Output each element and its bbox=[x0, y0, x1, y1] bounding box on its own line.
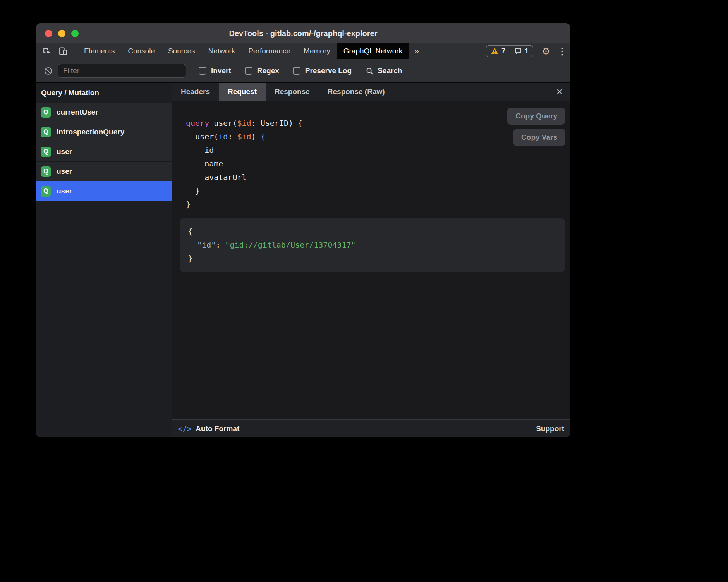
code-token: : bbox=[216, 240, 225, 250]
query-variables-box: { "id": "gid://gitlab/User/13704317"} bbox=[180, 218, 565, 272]
query-type-badge: Q bbox=[41, 127, 51, 137]
code-token: "gid://gitlab/User/13704317" bbox=[225, 240, 355, 250]
code-token: } bbox=[186, 186, 200, 195]
checkbox-label-invert: Invert bbox=[211, 67, 231, 75]
detail-tab-request[interactable]: Request bbox=[219, 83, 266, 101]
code-line: } bbox=[186, 184, 570, 198]
warnings-badge[interactable]: 7 bbox=[486, 46, 510, 57]
query-list-item-4[interactable]: Quser bbox=[36, 181, 172, 201]
warning-count: 7 bbox=[501, 47, 505, 55]
code-token: : bbox=[228, 132, 237, 141]
zoom-window-button[interactable] bbox=[71, 30, 79, 37]
tabbar-spacer bbox=[424, 43, 486, 59]
tab-graphql-network[interactable]: GraphQL Network bbox=[337, 43, 409, 59]
traffic-lights bbox=[45, 30, 79, 37]
checkbox-invert[interactable]: Invert bbox=[199, 67, 231, 75]
query-list-item-0[interactable]: QcurrentUser bbox=[36, 103, 172, 122]
code-line: } bbox=[186, 198, 570, 211]
code-line: } bbox=[188, 252, 557, 265]
code-line: user(id: $id) { bbox=[186, 130, 570, 144]
code-token bbox=[188, 240, 197, 250]
tab-memory[interactable]: Memory bbox=[297, 43, 337, 59]
query-list-item-2[interactable]: Quser bbox=[36, 142, 172, 162]
detail-tabs: HeadersRequestResponseResponse (Raw) bbox=[172, 83, 549, 101]
gear-glyph: ⚙ bbox=[542, 46, 550, 56]
panel-footer: </> Auto Format Support bbox=[172, 419, 570, 437]
device-toolbar-icon[interactable] bbox=[55, 43, 71, 59]
code-token: avatarUrl bbox=[186, 173, 247, 182]
main-area: Query / Mutation QcurrentUserQIntrospect… bbox=[36, 83, 570, 437]
clear-block-icon[interactable] bbox=[40, 66, 56, 76]
device-toolbar-glyph bbox=[58, 46, 68, 56]
checkbox-label-regex: Regex bbox=[257, 67, 279, 75]
copy-vars-button[interactable]: Copy Vars bbox=[513, 129, 565, 146]
tab-performance[interactable]: Performance bbox=[242, 43, 297, 59]
panel-tabs: ElementsConsoleSourcesNetworkPerformance… bbox=[77, 43, 409, 59]
query-name: IntrospectionQuery bbox=[57, 128, 124, 136]
inspect-element-glyph bbox=[42, 46, 52, 56]
code-line: "id": "gid://gitlab/User/13704317" bbox=[188, 238, 557, 252]
detail-tab-headers[interactable]: Headers bbox=[172, 83, 219, 101]
close-window-button[interactable] bbox=[45, 30, 52, 37]
code-token: } bbox=[188, 254, 192, 263]
minimize-window-button[interactable] bbox=[58, 30, 65, 37]
search-button[interactable]: Search bbox=[365, 67, 402, 75]
code-token: id bbox=[218, 132, 228, 141]
settings-gear-icon[interactable]: ⚙ bbox=[538, 43, 554, 59]
query-list-item-3[interactable]: Quser bbox=[36, 162, 172, 181]
query-type-badge: Q bbox=[41, 147, 51, 157]
message-bubble-icon bbox=[514, 47, 522, 55]
query-name: user bbox=[57, 167, 72, 176]
code-line: name bbox=[186, 157, 570, 171]
code-token: ) { bbox=[251, 132, 265, 141]
support-link[interactable]: Support bbox=[536, 425, 564, 433]
checkbox-label-preserve-log: Preserve Log bbox=[305, 67, 352, 75]
detail-panel: HeadersRequestResponseResponse (Raw) × C… bbox=[172, 83, 570, 437]
code-line: avatarUrl bbox=[186, 171, 570, 184]
copy-query-button[interactable]: Copy Query bbox=[507, 108, 565, 125]
query-type-badge: Q bbox=[41, 166, 51, 177]
tab-console[interactable]: Console bbox=[121, 43, 161, 59]
code-token: user( bbox=[209, 118, 237, 128]
inspect-element-icon[interactable] bbox=[38, 43, 55, 59]
code-line: id bbox=[186, 144, 570, 157]
code-token: user( bbox=[186, 132, 218, 141]
checkbox-regex[interactable]: Regex bbox=[245, 67, 279, 75]
checkbox-preserve-log[interactable]: Preserve Log bbox=[293, 67, 352, 75]
query-list-item-1[interactable]: QIntrospectionQuery bbox=[36, 122, 172, 142]
tab-elements[interactable]: Elements bbox=[77, 43, 121, 59]
issues-badge[interactable]: 1 bbox=[510, 46, 533, 57]
sidebar-header: Query / Mutation bbox=[36, 83, 172, 103]
status-badges: 7 1 bbox=[486, 45, 533, 57]
query-sidebar: Query / Mutation QcurrentUserQIntrospect… bbox=[36, 83, 172, 437]
checkbox-box-invert[interactable] bbox=[199, 67, 206, 75]
tab-sources[interactable]: Sources bbox=[161, 43, 202, 59]
code-token: "id" bbox=[197, 240, 216, 250]
code-token: name bbox=[186, 159, 223, 168]
code-token: $id bbox=[237, 132, 251, 141]
checkbox-box-regex[interactable] bbox=[245, 67, 252, 75]
search-icon bbox=[365, 67, 374, 75]
checkbox-box-preserve-log[interactable] bbox=[293, 67, 300, 75]
filter-input[interactable] bbox=[58, 64, 186, 78]
code-token: { bbox=[188, 227, 192, 236]
query-name: user bbox=[57, 147, 72, 156]
request-content: Copy Query Copy Vars query user($id: Use… bbox=[172, 101, 570, 419]
code-line: { bbox=[188, 225, 557, 238]
close-panel-icon[interactable]: × bbox=[549, 83, 570, 101]
more-tabs-chevron[interactable]: » bbox=[409, 43, 424, 59]
kebab-menu-icon[interactable]: ⋮ bbox=[554, 43, 570, 59]
devtools-tabbar: ElementsConsoleSourcesNetworkPerformance… bbox=[36, 43, 570, 59]
auto-format-button[interactable]: Auto Format bbox=[196, 425, 239, 433]
warning-triangle-icon bbox=[491, 47, 499, 55]
search-label: Search bbox=[378, 67, 402, 75]
kebab-glyph: ⋮ bbox=[558, 46, 567, 56]
detail-tab-response[interactable]: Response bbox=[266, 83, 319, 101]
query-name: user bbox=[57, 187, 72, 195]
query-type-badge: Q bbox=[41, 186, 51, 197]
detail-tab-response-raw[interactable]: Response (Raw) bbox=[319, 83, 394, 101]
query-list: QcurrentUserQIntrospectionQueryQuserQuse… bbox=[36, 103, 172, 201]
toolbar-divider bbox=[74, 47, 74, 55]
tab-network[interactable]: Network bbox=[202, 43, 242, 59]
filter-checkboxes: InvertRegexPreserve Log bbox=[199, 67, 352, 75]
